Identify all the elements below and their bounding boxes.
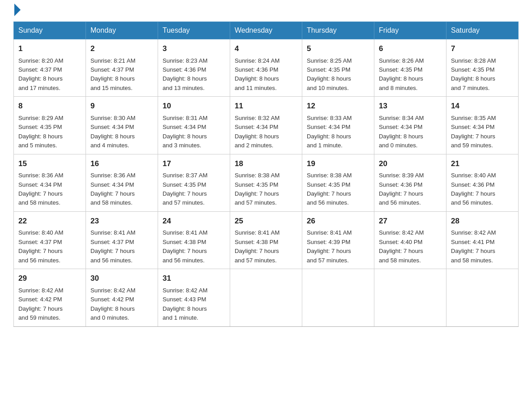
day-number: 8 <box>18 100 81 112</box>
day-info: Sunrise: 8:41 AMSunset: 4:37 PMDaylight:… <box>90 228 153 265</box>
day-number: 17 <box>163 158 225 170</box>
calendar-cell: 13Sunrise: 8:34 AMSunset: 4:34 PMDayligh… <box>374 97 446 154</box>
calendar-cell <box>374 269 446 326</box>
day-info: Sunrise: 8:21 AMSunset: 4:37 PMDaylight:… <box>90 56 153 93</box>
day-number: 22 <box>18 215 81 227</box>
calendar-cell: 24Sunrise: 8:41 AMSunset: 4:38 PMDayligh… <box>158 211 230 269</box>
column-header-friday: Friday <box>374 22 446 39</box>
day-number: 20 <box>379 158 442 170</box>
calendar-cell: 5Sunrise: 8:25 AMSunset: 4:35 PMDaylight… <box>302 39 374 97</box>
day-number: 12 <box>307 100 369 112</box>
day-number: 16 <box>90 158 153 170</box>
day-number: 3 <box>163 43 225 55</box>
calendar-cell <box>230 269 302 326</box>
day-number: 14 <box>451 100 514 112</box>
day-info: Sunrise: 8:42 AMSunset: 4:42 PMDaylight:… <box>90 286 153 323</box>
column-header-thursday: Thursday <box>302 22 374 39</box>
day-info: Sunrise: 8:39 AMSunset: 4:36 PMDaylight:… <box>379 171 442 208</box>
calendar-cell: 7Sunrise: 8:28 AMSunset: 4:35 PMDaylight… <box>446 39 519 97</box>
calendar-cell: 3Sunrise: 8:23 AMSunset: 4:36 PMDaylight… <box>158 39 230 97</box>
calendar-cell: 10Sunrise: 8:31 AMSunset: 4:34 PMDayligh… <box>158 97 230 154</box>
calendar-week-row: 1Sunrise: 8:20 AMSunset: 4:37 PMDaylight… <box>14 39 519 97</box>
column-header-monday: Monday <box>86 22 158 39</box>
day-info: Sunrise: 8:42 AMSunset: 4:40 PMDaylight:… <box>379 228 442 265</box>
day-info: Sunrise: 8:31 AMSunset: 4:34 PMDaylight:… <box>163 114 225 150</box>
day-info: Sunrise: 8:29 AMSunset: 4:35 PMDaylight:… <box>18 114 81 150</box>
day-number: 13 <box>379 100 442 112</box>
calendar-cell: 22Sunrise: 8:40 AMSunset: 4:37 PMDayligh… <box>14 211 86 269</box>
day-info: Sunrise: 8:23 AMSunset: 4:36 PMDaylight:… <box>163 56 225 93</box>
calendar-cell: 4Sunrise: 8:24 AMSunset: 4:36 PMDaylight… <box>230 39 302 97</box>
calendar-week-row: 8Sunrise: 8:29 AMSunset: 4:35 PMDaylight… <box>14 97 519 154</box>
day-number: 26 <box>307 215 369 227</box>
day-info: Sunrise: 8:38 AMSunset: 4:35 PMDaylight:… <box>235 171 297 208</box>
calendar-cell: 9Sunrise: 8:30 AMSunset: 4:34 PMDaylight… <box>86 97 158 154</box>
calendar-week-row: 29Sunrise: 8:42 AMSunset: 4:42 PMDayligh… <box>14 269 519 326</box>
day-number: 2 <box>90 43 153 55</box>
calendar-cell <box>446 269 519 326</box>
day-number: 25 <box>235 215 297 227</box>
calendar-cell: 21Sunrise: 8:40 AMSunset: 4:36 PMDayligh… <box>446 154 519 211</box>
day-number: 7 <box>451 43 514 55</box>
day-number: 11 <box>235 100 297 112</box>
day-number: 28 <box>451 215 514 227</box>
calendar-cell: 29Sunrise: 8:42 AMSunset: 4:42 PMDayligh… <box>14 269 86 326</box>
calendar-header-row: SundayMondayTuesdayWednesdayThursdayFrid… <box>14 22 519 39</box>
calendar-cell: 1Sunrise: 8:20 AMSunset: 4:37 PMDaylight… <box>14 39 86 97</box>
day-number: 27 <box>379 215 442 227</box>
day-info: Sunrise: 8:42 AMSunset: 4:41 PMDaylight:… <box>451 228 514 265</box>
day-number: 6 <box>379 43 442 55</box>
day-number: 23 <box>90 215 153 227</box>
calendar-cell: 26Sunrise: 8:41 AMSunset: 4:39 PMDayligh… <box>302 211 374 269</box>
calendar-cell: 30Sunrise: 8:42 AMSunset: 4:42 PMDayligh… <box>86 269 158 326</box>
calendar-cell: 16Sunrise: 8:36 AMSunset: 4:34 PMDayligh… <box>86 154 158 211</box>
day-info: Sunrise: 8:40 AMSunset: 4:36 PMDaylight:… <box>451 171 514 208</box>
day-number: 21 <box>451 158 514 170</box>
calendar-cell: 15Sunrise: 8:36 AMSunset: 4:34 PMDayligh… <box>14 154 86 211</box>
day-number: 24 <box>163 215 225 227</box>
logo <box>13 9 21 13</box>
day-number: 9 <box>90 100 153 112</box>
day-info: Sunrise: 8:26 AMSunset: 4:35 PMDaylight:… <box>379 56 442 93</box>
day-info: Sunrise: 8:34 AMSunset: 4:34 PMDaylight:… <box>379 114 442 150</box>
column-header-saturday: Saturday <box>446 22 519 39</box>
day-info: Sunrise: 8:42 AMSunset: 4:43 PMDaylight:… <box>163 286 225 323</box>
calendar-cell: 11Sunrise: 8:32 AMSunset: 4:34 PMDayligh… <box>230 97 302 154</box>
day-number: 19 <box>307 158 369 170</box>
calendar-cell: 14Sunrise: 8:35 AMSunset: 4:34 PMDayligh… <box>446 97 519 154</box>
day-number: 15 <box>18 158 81 170</box>
calendar-week-row: 15Sunrise: 8:36 AMSunset: 4:34 PMDayligh… <box>14 154 519 211</box>
calendar-week-row: 22Sunrise: 8:40 AMSunset: 4:37 PMDayligh… <box>14 211 519 269</box>
day-info: Sunrise: 8:37 AMSunset: 4:35 PMDaylight:… <box>163 171 225 208</box>
calendar-cell: 19Sunrise: 8:38 AMSunset: 4:35 PMDayligh… <box>302 154 374 211</box>
day-info: Sunrise: 8:41 AMSunset: 4:39 PMDaylight:… <box>307 228 369 265</box>
day-info: Sunrise: 8:35 AMSunset: 4:34 PMDaylight:… <box>451 114 514 150</box>
day-info: Sunrise: 8:25 AMSunset: 4:35 PMDaylight:… <box>307 56 369 93</box>
calendar-cell: 12Sunrise: 8:33 AMSunset: 4:34 PMDayligh… <box>302 97 374 154</box>
column-header-sunday: Sunday <box>14 22 86 39</box>
logo-triangle-icon <box>14 4 21 16</box>
day-number: 10 <box>163 100 225 112</box>
calendar-cell: 28Sunrise: 8:42 AMSunset: 4:41 PMDayligh… <box>446 211 519 269</box>
day-info: Sunrise: 8:36 AMSunset: 4:34 PMDaylight:… <box>90 171 153 208</box>
day-info: Sunrise: 8:41 AMSunset: 4:38 PMDaylight:… <box>235 228 297 265</box>
day-number: 1 <box>18 43 81 55</box>
calendar-cell: 27Sunrise: 8:42 AMSunset: 4:40 PMDayligh… <box>374 211 446 269</box>
day-info: Sunrise: 8:30 AMSunset: 4:34 PMDaylight:… <box>90 114 153 150</box>
column-header-wednesday: Wednesday <box>230 22 302 39</box>
day-info: Sunrise: 8:28 AMSunset: 4:35 PMDaylight:… <box>451 56 514 93</box>
day-info: Sunrise: 8:40 AMSunset: 4:37 PMDaylight:… <box>18 228 81 265</box>
day-number: 30 <box>90 273 153 284</box>
calendar-cell: 18Sunrise: 8:38 AMSunset: 4:35 PMDayligh… <box>230 154 302 211</box>
day-info: Sunrise: 8:42 AMSunset: 4:42 PMDaylight:… <box>18 286 81 323</box>
calendar-cell: 31Sunrise: 8:42 AMSunset: 4:43 PMDayligh… <box>158 269 230 326</box>
day-info: Sunrise: 8:20 AMSunset: 4:37 PMDaylight:… <box>18 56 81 93</box>
calendar-cell: 8Sunrise: 8:29 AMSunset: 4:35 PMDaylight… <box>14 97 86 154</box>
day-number: 4 <box>235 43 297 55</box>
day-number: 31 <box>163 273 225 284</box>
day-info: Sunrise: 8:24 AMSunset: 4:36 PMDaylight:… <box>235 56 297 93</box>
day-info: Sunrise: 8:41 AMSunset: 4:38 PMDaylight:… <box>163 228 225 265</box>
calendar-cell: 25Sunrise: 8:41 AMSunset: 4:38 PMDayligh… <box>230 211 302 269</box>
column-header-tuesday: Tuesday <box>158 22 230 39</box>
calendar-cell: 6Sunrise: 8:26 AMSunset: 4:35 PMDaylight… <box>374 39 446 97</box>
